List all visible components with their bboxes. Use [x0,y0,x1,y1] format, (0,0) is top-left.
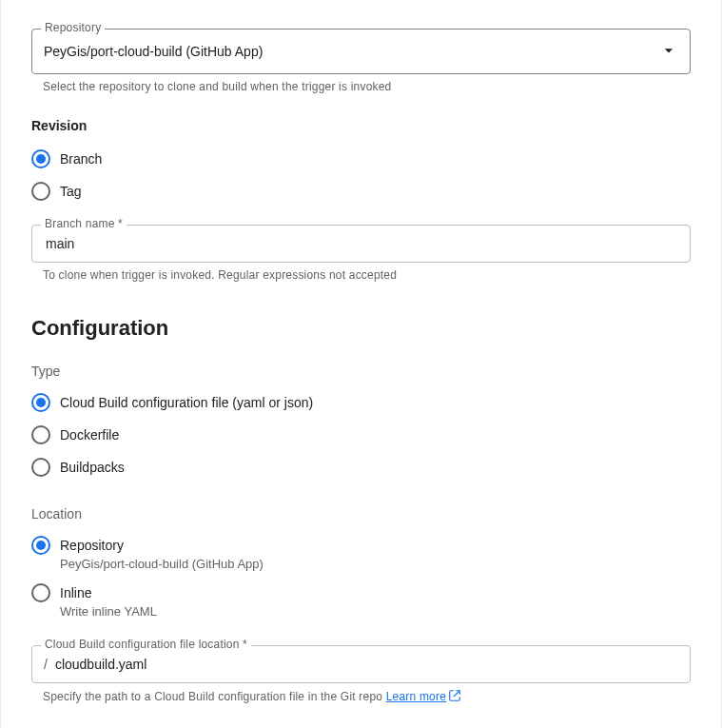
branch-name-label: Branch name * [41,217,127,230]
config-location-inline-sublabel: Write inline YAML [60,604,157,619]
repository-field-label: Repository [41,21,105,34]
configuration-heading: Configuration [31,316,691,341]
config-file-field-wrapper: Cloud Build configuration file location … [31,645,691,683]
config-location-radio-inline[interactable]: Inline Write inline YAML [31,577,691,624]
radio-circle-icon [31,182,50,201]
repository-helper: Select the repository to clone and build… [43,80,691,93]
radio-circle-icon [31,425,50,444]
config-type-radio-buildpacks[interactable]: Buildpacks [31,451,691,483]
revision-radio-branch-label: Branch [60,148,102,169]
config-type-label: Type [31,364,691,379]
config-file-prefix: / [44,657,48,672]
config-type-yaml-label: Cloud Build configuration file (yaml or … [60,392,313,413]
config-file-input[interactable] [53,656,678,673]
radio-circle-icon [31,149,50,168]
branch-name-input[interactable] [44,235,678,252]
revision-title: Revision [31,118,691,133]
radio-circle-icon [31,536,50,555]
learn-more-link[interactable]: Learn more [386,690,461,703]
repository-selected-value: PeyGis/port-cloud-build (GitHub App) [44,44,659,59]
config-location-repository-label: Repository [60,535,263,556]
config-type-radio-dockerfile[interactable]: Dockerfile [31,419,691,451]
config-type-buildpacks-label: Buildpacks [60,457,125,478]
external-link-icon [448,692,461,705]
radio-circle-icon [31,458,50,477]
dropdown-arrow-icon [659,41,678,63]
branch-name-helper: To clone when trigger is invoked. Regula… [43,268,691,282]
config-file-label: Cloud Build configuration file location … [41,638,251,651]
radio-circle-icon [31,583,50,602]
config-location-label: Location [31,506,691,521]
config-location-repository-sublabel: PeyGis/port-cloud-build (GitHub App) [60,557,263,571]
revision-radio-tag-label: Tag [60,181,82,202]
revision-radio-branch[interactable]: Branch [31,143,691,175]
branch-name-field-wrapper: Branch name * [31,225,691,263]
config-type-dockerfile-label: Dockerfile [60,424,119,445]
config-location-radio-repository[interactable]: Repository PeyGis/port-cloud-build (GitH… [31,529,691,577]
create-trigger-form: Repository PeyGis/port-cloud-build (GitH… [0,0,722,728]
revision-radio-tag[interactable]: Tag [31,175,691,207]
config-type-radio-yaml[interactable]: Cloud Build configuration file (yaml or … [31,386,691,419]
radio-circle-icon [31,393,50,412]
config-location-inline-label: Inline [60,582,157,603]
repository-select[interactable]: Repository PeyGis/port-cloud-build (GitH… [31,29,691,74]
config-file-helper-text: Specify the path to a Cloud Build config… [43,690,382,703]
config-file-helper: Specify the path to a Cloud Build config… [43,689,691,705]
